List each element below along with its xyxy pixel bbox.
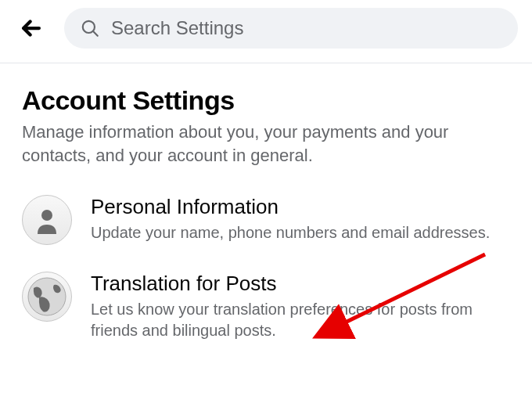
back-button[interactable] — [14, 11, 49, 45]
page-title: Account Settings — [22, 85, 510, 116]
setting-text-personal-info: Personal Information Update your name, p… — [91, 195, 510, 243]
svg-line-1 — [93, 31, 97, 35]
personal-info-icon — [22, 195, 72, 245]
setting-title: Personal Information — [91, 195, 510, 219]
setting-item-personal-info[interactable]: Personal Information Update your name, p… — [22, 195, 510, 245]
setting-title: Translation for Posts — [91, 272, 510, 296]
content-area: Account Settings Manage information abou… — [0, 63, 532, 341]
svg-point-2 — [41, 210, 52, 221]
setting-desc: Update your name, phone numbers and emai… — [91, 222, 510, 243]
globe-icon — [26, 276, 68, 318]
translation-icon — [22, 272, 72, 322]
setting-desc: Let us know your translation preferences… — [91, 299, 510, 341]
setting-item-translation[interactable]: Translation for Posts Let us know your t… — [22, 272, 510, 341]
back-arrow-icon — [18, 15, 45, 41]
header-bar — [0, 0, 532, 63]
person-icon — [31, 204, 63, 236]
setting-text-translation: Translation for Posts Let us know your t… — [91, 272, 510, 341]
search-input[interactable] — [111, 17, 502, 39]
search-icon — [80, 18, 100, 38]
search-bar[interactable] — [64, 8, 518, 49]
page-subtitle: Manage information about you, your payme… — [22, 121, 510, 167]
